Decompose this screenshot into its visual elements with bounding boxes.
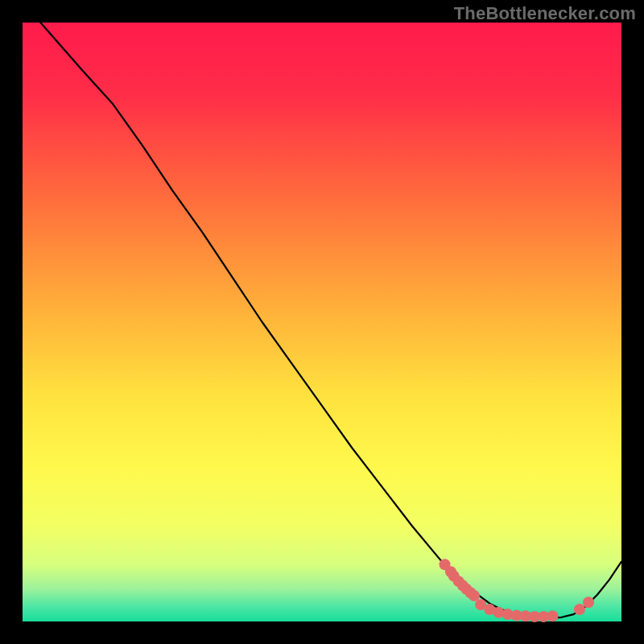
watermark-text: TheBottlenecker.com [454,3,636,24]
marker-dot [583,597,594,608]
marker-dot [469,590,480,601]
plot-background [23,23,621,621]
chart-svg [0,0,644,644]
marker-dot [547,610,558,621]
chart-container: TheBottlenecker.com [0,0,644,644]
marker-dot [574,604,585,615]
